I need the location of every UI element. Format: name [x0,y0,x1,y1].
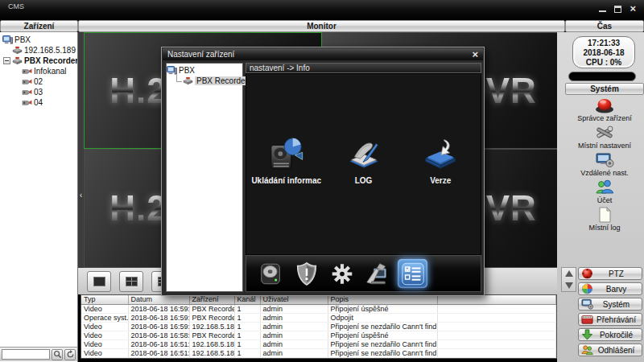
menu-item-device-manager[interactable]: Správce zařízení [577,97,632,122]
refresh-button[interactable] [64,349,76,360]
tree-item-channel[interactable]: 04 [0,97,77,108]
log-row[interactable]: Video2018-06-18 16:51:54192.168.5.1891ad… [81,339,556,348]
col-header-datum[interactable]: Datum [128,295,189,304]
system-icon [581,298,593,310]
single-view-button[interactable] [87,271,111,292]
col-header-uzivatel[interactable]: Uživatel [260,295,328,304]
quad-view-button[interactable] [119,271,143,292]
playback-button[interactable]: Přehrávání [578,313,642,326]
close-icon[interactable]: × [630,3,636,14]
tree-item-pbx-recorder[interactable]: PBX Recorder [0,56,77,66]
dialog-content-pane: nastavení -> Info Ukládání informac LOG … [246,63,481,292]
red-button-icon [595,97,614,113]
titlebar: CMS × [0,0,644,20]
tree-item-label: 04 [34,98,43,107]
storage-info-item[interactable]: Ukládání informac [250,135,324,185]
dialog-tree-label: PBX Recorder [195,76,250,85]
logout-button[interactable]: Odhlášení [578,343,642,356]
log-row[interactable]: Video2018-06-18 16:59:02192.168.5.1891ad… [81,322,556,331]
dialog-close-icon[interactable]: × [472,49,478,60]
tree-item-ip-device[interactable]: 192.168.5.189 [0,45,77,56]
event-log-table: Typ Datum Zařízení Kanál Uživatel Popis … [80,294,557,359]
col-header-kanal[interactable]: Kanál [234,295,260,304]
device-icon [183,76,193,85]
ptz-button[interactable]: PTZ [578,267,642,280]
col-header-zarizeni[interactable]: Zařízení [189,295,234,304]
cpu-usage: CPU : 0% [573,58,634,68]
tree-item-label: 02 [34,77,43,86]
log-row[interactable]: Video2018-06-18 16:58:13PBX Recorder1adm… [81,331,556,339]
playback-icon [581,314,593,325]
version-item[interactable]: Verze [403,135,477,185]
tree-item-label: PBX [14,35,31,44]
refresh-icon [66,350,75,359]
remote-settings-icon [595,152,614,168]
quad-view-icon [126,277,138,286]
tree-item-channel[interactable]: 02 [0,76,77,87]
log-header-row: Typ Datum Zařízení Kanál Uživatel Popis [81,295,556,304]
col-header-typ[interactable]: Typ [81,295,128,304]
camera-icon [22,88,32,97]
storage-tool-icon[interactable] [256,259,286,288]
device-tree: PBX 192.168.5.189 PBX Recorder Infokanal… [0,32,77,108]
tree-item-label: 192.168.5.189 [24,46,76,55]
tree-item-pbx[interactable]: PBX [0,35,77,45]
tree-item-label: PBX Recorder [24,56,77,65]
menu-item-local-log[interactable]: Místní log [588,207,620,232]
advanced-button[interactable]: Pokročilé [578,328,642,341]
menu-item-label: Místní log [588,224,620,232]
log-row[interactable]: Video2018-06-18 16:51:54192.168.5.1891ad… [81,348,556,357]
settings-gear-icon[interactable] [327,259,357,288]
log-item[interactable]: LOG [327,135,401,185]
minimize-icon[interactable] [599,10,606,12]
tree-collapse-handle[interactable]: ‹ [78,32,84,268]
collapse-expander-icon[interactable] [3,57,10,64]
menu-item-local-settings[interactable]: Místní nastavení [578,125,631,150]
scroll-up-icon[interactable] [565,270,573,277]
system-button[interactable]: Systém [578,298,642,311]
version-icon [422,135,459,172]
dialog-titlebar: Nastavení zařízení × [163,48,483,60]
dialog-device-tree: PBX PBX Recorder [166,63,243,292]
tree-item-channel[interactable]: 03 [0,87,77,97]
breadcrumb: nastavení -> Info [246,63,481,73]
system-tools-icon[interactable] [362,259,392,288]
cms-window: CMS × Zařízení Monitor Čas PBX 192.168.5… [0,0,644,362]
tools-icon [595,125,614,141]
device-search-bar [0,347,77,361]
tree-item-label: 03 [34,88,43,97]
menu-item-account[interactable]: Účet [595,179,614,204]
security-shield-icon[interactable] [291,259,321,288]
advanced-icon [581,329,593,340]
system-menu: Správce zařízení Místní nastavení Vzdále… [565,97,644,234]
menu-item-remote-settings[interactable]: Vzdálené nast. [580,152,629,177]
device-settings-dialog: Nastavení zařízení × PBX PBX Recorder na… [161,47,485,296]
storage-info-icon [268,135,305,172]
info-item-label: Ukládání informac [251,176,321,185]
col-header-popis[interactable]: Popis [328,295,437,304]
log-row[interactable]: Video2018-06-18 16:59:02PBX Recorder1adm… [81,304,556,313]
device-tree-panel: PBX 192.168.5.189 PBX Recorder Infokanal… [0,32,78,362]
colors-button[interactable]: Barvy [578,282,642,295]
maximize-icon[interactable] [614,6,621,13]
alarm-indicator [568,72,636,81]
dialog-tree-label: PBX [179,66,195,75]
info-checklist-icon[interactable] [398,259,427,288]
device-icon [12,46,23,55]
col-header-empty [437,295,556,304]
device-icon [12,56,23,65]
clock-display: 17:21:33 2018-06-18 CPU : 0% [572,36,635,68]
tree-item-channel[interactable]: Infokanal [0,66,77,76]
menu-item-label: Účet [597,196,613,204]
search-input[interactable] [2,349,50,360]
paper-icon [595,207,614,223]
search-button[interactable] [52,349,63,360]
dialog-tree-item-pbx-recorder[interactable]: PBX Recorder [167,76,242,86]
tree-connector [176,75,182,82]
scroll-down-icon[interactable] [565,282,573,289]
menu-item-label: Místní nastavení [578,142,631,150]
action-button-panel: PTZ Barvy Systém Přehrávání Pokročilé Od… [578,267,642,356]
info-items: Ukládání informac LOG Verze [246,73,481,255]
monitor-icon [2,35,13,44]
log-row[interactable]: Operace syst...2018-06-18 16:59:02PBX Re… [81,313,556,322]
